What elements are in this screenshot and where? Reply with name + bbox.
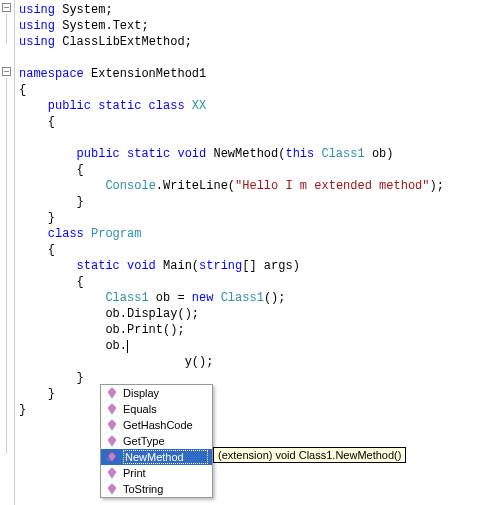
code-line: } bbox=[19, 387, 55, 401]
text: System.Text; bbox=[55, 19, 149, 33]
extension-method-icon bbox=[105, 450, 119, 464]
intellisense-label: ToString bbox=[123, 483, 208, 495]
code-line: } bbox=[19, 371, 84, 385]
text: ob. bbox=[19, 339, 127, 353]
type-name: Class1 bbox=[221, 291, 264, 305]
method-icon bbox=[105, 386, 119, 400]
text: .WriteLine( bbox=[156, 179, 235, 193]
outline-gutter bbox=[0, 0, 15, 505]
text: (); bbox=[264, 291, 286, 305]
intellisense-label: Display bbox=[123, 387, 208, 399]
text bbox=[19, 291, 105, 305]
code-line: Console.WriteLine("Hello I m extended me… bbox=[19, 179, 444, 193]
keyword: new bbox=[192, 291, 221, 305]
intellisense-item[interactable]: Equals bbox=[101, 401, 212, 417]
type-name: Class1 bbox=[105, 291, 148, 305]
outline-line bbox=[6, 14, 7, 44]
type-name: Class1 bbox=[321, 147, 364, 161]
type-name: XX bbox=[192, 99, 206, 113]
intellisense-label: Equals bbox=[123, 403, 208, 415]
code-line: using System; bbox=[19, 3, 113, 17]
intellisense-label: GetHashCode bbox=[123, 419, 208, 431]
intellisense-item[interactable]: GetType bbox=[101, 433, 212, 449]
text: ob = bbox=[149, 291, 192, 305]
code-line: Class1 ob = new Class1(); bbox=[19, 291, 286, 305]
text: NewMethod( bbox=[213, 147, 285, 161]
method-icon bbox=[105, 434, 119, 448]
text: Main( bbox=[163, 259, 199, 273]
intellisense-item-selected[interactable]: NewMethod bbox=[101, 449, 212, 465]
text: ExtensionMethod1 bbox=[84, 67, 206, 81]
code-line: ob. bbox=[19, 339, 128, 353]
text-caret bbox=[127, 340, 128, 353]
keyword: public static class bbox=[19, 99, 192, 113]
code-line: { bbox=[19, 243, 55, 257]
code-line: ob.Print(); bbox=[19, 323, 185, 337]
code-line: } bbox=[19, 403, 26, 417]
code-line: using ClassLibExtMethod; bbox=[19, 35, 192, 49]
keyword: using bbox=[19, 19, 55, 33]
intellisense-label: Print bbox=[123, 467, 208, 479]
keyword: string bbox=[199, 259, 242, 273]
code-line: public static class XX bbox=[19, 99, 206, 113]
keyword: using bbox=[19, 3, 55, 17]
intellisense-item[interactable]: Print bbox=[101, 465, 212, 481]
outline-line bbox=[6, 78, 7, 454]
type-name: Console bbox=[105, 179, 155, 193]
keyword: public static void bbox=[19, 147, 213, 161]
code-line: y(); bbox=[19, 355, 213, 369]
text: ClassLibExtMethod; bbox=[55, 35, 192, 49]
intellisense-label: GetType bbox=[123, 435, 208, 447]
intellisense-label: NewMethod bbox=[123, 450, 208, 464]
keyword: namespace bbox=[19, 67, 84, 81]
intellisense-item[interactable]: Display bbox=[101, 385, 212, 401]
code-editor[interactable]: using System; using System.Text; using C… bbox=[0, 0, 502, 505]
keyword: using bbox=[19, 35, 55, 49]
method-icon bbox=[105, 402, 119, 416]
code-line: } bbox=[19, 211, 55, 225]
fold-toggle-icon[interactable] bbox=[2, 67, 11, 76]
intellisense-tooltip: (extension) void Class1.NewMethod() bbox=[213, 447, 406, 463]
code-line: { bbox=[19, 163, 84, 177]
code-line: ob.Display(); bbox=[19, 307, 199, 321]
code-line: namespace ExtensionMethod1 bbox=[19, 67, 206, 81]
keyword: class bbox=[19, 227, 91, 241]
intellisense-item[interactable]: ToString bbox=[101, 481, 212, 497]
code-line: { bbox=[19, 275, 84, 289]
code-line: class Program bbox=[19, 227, 141, 241]
string-literal: "Hello I m extended method" bbox=[235, 179, 429, 193]
keyword: static void bbox=[19, 259, 163, 273]
fold-toggle-icon[interactable] bbox=[2, 3, 11, 12]
code-line: static void Main(string[] args) bbox=[19, 259, 300, 273]
method-icon bbox=[105, 466, 119, 480]
type-name: Program bbox=[91, 227, 141, 241]
text: ); bbox=[430, 179, 444, 193]
code-line: using System.Text; bbox=[19, 19, 149, 33]
text: System; bbox=[55, 3, 113, 17]
method-icon bbox=[105, 482, 119, 496]
method-icon bbox=[105, 418, 119, 432]
intellisense-popup[interactable]: Display Equals GetHashCode GetType NewMe… bbox=[100, 384, 213, 498]
text: ob) bbox=[365, 147, 394, 161]
code-line: { bbox=[19, 115, 55, 129]
text bbox=[19, 179, 105, 193]
code-line: { bbox=[19, 83, 26, 97]
code-line: public static void NewMethod(this Class1… bbox=[19, 147, 394, 161]
code-line: } bbox=[19, 195, 84, 209]
code-area[interactable]: using System; using System.Text; using C… bbox=[15, 0, 502, 505]
text: [] args) bbox=[242, 259, 300, 273]
keyword: this bbox=[285, 147, 321, 161]
intellisense-item[interactable]: GetHashCode bbox=[101, 417, 212, 433]
